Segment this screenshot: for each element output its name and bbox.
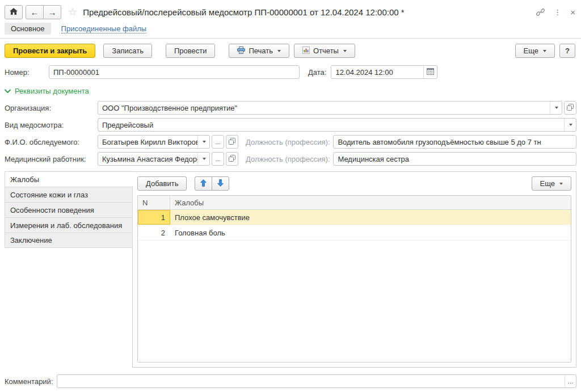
examinee-dropdown-button[interactable] xyxy=(197,136,209,148)
row-text-cell[interactable]: Плохое самочувствие xyxy=(170,210,571,225)
table-row[interactable]: 1 Плохое самочувствие xyxy=(138,210,571,225)
arrow-down-icon xyxy=(217,179,224,188)
medic-dropdown-button[interactable] xyxy=(197,153,209,165)
medic-value: Кузьмина Анастасия Федоровна xyxy=(102,155,197,163)
exam-type-combo[interactable]: Предрейсовый xyxy=(98,118,576,132)
calendar-button[interactable] xyxy=(423,66,437,78)
table-more-button[interactable]: Еще xyxy=(532,176,571,191)
section-title: Реквизиты документа xyxy=(15,87,89,95)
section-chevron-icon xyxy=(5,87,11,95)
exam-type-label: Вид медосмотра: xyxy=(5,121,98,129)
table-more-label: Еще xyxy=(540,179,555,188)
move-down-button[interactable] xyxy=(212,176,229,191)
forward-button[interactable]: → xyxy=(43,5,61,19)
column-header-complaints: Жалобы xyxy=(170,196,571,209)
organization-label: Организация: xyxy=(5,104,98,112)
table-row[interactable]: 2 Головная боль xyxy=(138,225,571,241)
add-row-button[interactable]: Добавить xyxy=(137,176,187,191)
tab-complaints[interactable]: Жалобы xyxy=(5,171,133,187)
examinee-open-button[interactable] xyxy=(226,135,238,149)
medic-position-value: Медицинская сестра xyxy=(338,155,576,163)
comment-expand-button[interactable]: ... xyxy=(565,375,576,387)
more-button[interactable]: Еще xyxy=(515,44,555,58)
move-buttons xyxy=(195,176,229,191)
chevron-down-icon xyxy=(203,141,206,143)
print-button[interactable]: Печать xyxy=(229,44,289,58)
reports-button[interactable]: Отчеты xyxy=(294,44,355,58)
table-more-caret-icon xyxy=(559,183,563,185)
tab-attachments-link[interactable]: Присоединенные файлы xyxy=(61,24,147,33)
row-number-cell[interactable]: 2 xyxy=(138,225,170,240)
examinee-label: Ф.И.О. обследуемого: xyxy=(5,138,98,146)
tab-measurements[interactable]: Измерения и лаб. обследования xyxy=(5,217,133,233)
medic-open-button[interactable] xyxy=(226,152,238,166)
help-button[interactable]: ? xyxy=(559,44,575,58)
examinee-value: Богатырев Кирилл Викторович xyxy=(102,138,197,146)
comment-label: Комментарий: xyxy=(5,377,57,386)
organization-row: Организация: ООО "Производственное предп… xyxy=(5,101,576,115)
favorite-star-icon[interactable]: ☆ xyxy=(68,7,77,17)
tab-skin-eyes[interactable]: Состояние кожи и глаз xyxy=(5,187,133,202)
print-caret-icon xyxy=(277,50,281,52)
date-input[interactable]: 12.04.2024 12:00 xyxy=(331,65,437,79)
chevron-down-icon xyxy=(203,158,206,160)
history-nav: ← → xyxy=(26,5,61,19)
grid-empty-area xyxy=(138,241,571,362)
examinee-position-label: Должность (профессия): xyxy=(246,138,330,146)
medic-row: Медицинский работник: Кузьмина Анастасия… xyxy=(5,152,576,166)
ellipsis-icon: ... xyxy=(568,378,573,385)
row-number-cell[interactable]: 1 xyxy=(138,210,170,225)
chevron-down-icon xyxy=(569,124,572,126)
back-icon: ← xyxy=(31,7,39,17)
examinee-combo[interactable]: Богатырев Кирилл Викторович xyxy=(98,135,210,149)
comment-row: Комментарий: ... xyxy=(5,374,576,388)
document-form-window: ← → ☆ Предрейсовый/послерейсовый медосмо… xyxy=(0,0,581,392)
examinee-position-field: Водитель автомобиля грузоподъёмностью св… xyxy=(333,135,576,149)
chevron-down-icon xyxy=(555,107,558,109)
forward-icon: → xyxy=(48,7,57,17)
row-text-cell[interactable]: Головная боль xyxy=(170,225,571,240)
tab-main[interactable]: Основное xyxy=(5,23,51,35)
more-vertical-icon[interactable]: ⋮ xyxy=(554,8,561,16)
tab-conclusion[interactable]: Заключение xyxy=(5,233,133,248)
ellipsis-icon: ... xyxy=(215,155,220,162)
title-bar-actions: ⋮ × xyxy=(536,7,575,17)
post-and-close-button[interactable]: Провести и закрыть xyxy=(5,44,95,58)
organization-dropdown-button[interactable] xyxy=(550,102,562,114)
exam-type-dropdown-button[interactable] xyxy=(564,119,576,131)
organization-open-button[interactable] xyxy=(564,101,576,115)
comment-input[interactable]: ... xyxy=(57,374,576,388)
calendar-icon xyxy=(427,68,434,77)
date-label: Дата: xyxy=(308,68,326,77)
details-section-toggle[interactable]: Реквизиты документа xyxy=(5,87,576,95)
organization-combo[interactable]: ООО "Производственное предприятие" xyxy=(98,101,562,115)
back-button[interactable]: ← xyxy=(26,5,44,19)
medic-position-label: Должность (профессия): xyxy=(246,155,330,163)
home-icon xyxy=(10,8,18,16)
number-label: Номер: xyxy=(5,68,49,77)
examinee-position-value: Водитель автомобиля грузоподъёмностью св… xyxy=(338,138,576,146)
open-icon xyxy=(229,138,235,146)
move-up-button[interactable] xyxy=(195,176,212,191)
home-button[interactable] xyxy=(5,5,23,19)
grid-header: N Жалобы xyxy=(138,196,571,210)
complaints-panel: Добавить Еще xyxy=(132,171,576,368)
post-button[interactable]: Провести xyxy=(166,44,216,58)
open-icon xyxy=(229,155,235,163)
examinee-choose-button[interactable]: ... xyxy=(212,135,224,149)
link-icon[interactable] xyxy=(536,8,545,16)
more-label: Еще xyxy=(524,47,538,55)
number-input[interactable]: ПП-00000001 xyxy=(49,65,300,79)
complaints-grid: N Жалобы 1 Плохое самочувствие 2 Головна… xyxy=(137,195,571,363)
exam-type-value: Предрейсовый xyxy=(102,121,564,129)
save-button[interactable]: Записать xyxy=(103,44,152,58)
medic-combo[interactable]: Кузьмина Анастасия Федоровна xyxy=(98,152,210,166)
print-icon xyxy=(237,47,245,56)
page-tabs: Основное Присоединенные файлы xyxy=(0,23,581,38)
close-icon[interactable]: × xyxy=(570,7,575,17)
left-tab-list: Жалобы Состояние кожи и глаз Особенности… xyxy=(5,171,133,248)
column-header-n: N xyxy=(138,196,170,209)
medic-choose-button[interactable]: ... xyxy=(212,152,224,166)
medic-label: Медицинский работник: xyxy=(5,155,98,163)
tab-behavior[interactable]: Особенности поведения xyxy=(5,202,133,217)
